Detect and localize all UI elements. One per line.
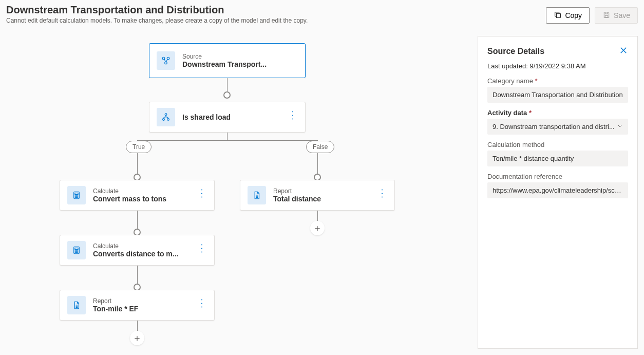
svg-point-12 bbox=[78, 196, 78, 196]
node-type-label: Calculate bbox=[93, 188, 185, 195]
add-node-button[interactable]: ＋ bbox=[310, 221, 325, 235]
connector-line bbox=[227, 78, 228, 92]
details-panel: Source Details Last updated: 9/19/2022 9… bbox=[478, 36, 638, 349]
node-title: Is shared load bbox=[182, 113, 276, 121]
report-node[interactable]: Report Ton-mile * EF ··· bbox=[60, 290, 215, 321]
more-icon: ··· bbox=[289, 110, 298, 121]
svg-rect-1 bbox=[605, 15, 608, 17]
svg-point-6 bbox=[163, 119, 165, 121]
save-button: Save bbox=[595, 7, 638, 24]
node-menu-button[interactable]: ··· bbox=[371, 189, 394, 202]
connector-line bbox=[137, 321, 138, 332]
svg-point-23 bbox=[78, 252, 78, 252]
copy-button[interactable]: Copy bbox=[546, 7, 590, 24]
last-updated-value: 9/19/2022 9:38 AM bbox=[529, 62, 585, 70]
svg-point-7 bbox=[167, 119, 169, 121]
close-icon bbox=[619, 48, 628, 57]
activity-label: Activity data * bbox=[487, 109, 628, 117]
method-field: Ton/mile * distance quantity bbox=[487, 151, 628, 166]
calculator-icon bbox=[67, 241, 86, 259]
svg-point-20 bbox=[78, 251, 78, 251]
connector-line bbox=[317, 211, 318, 222]
report-node[interactable]: Report Total distance ··· bbox=[240, 180, 395, 211]
svg-point-22 bbox=[76, 252, 77, 252]
report-icon bbox=[67, 296, 86, 314]
doc-field: https://www.epa.gov/climateleadership/sc… bbox=[487, 182, 628, 198]
chevron-down-icon bbox=[617, 123, 623, 130]
node-type-label: Calculate bbox=[93, 242, 185, 250]
category-field: Downstream Transportation and Distributi… bbox=[487, 87, 628, 103]
condition-icon bbox=[157, 108, 175, 126]
node-title: Total distance bbox=[273, 195, 366, 203]
svg-point-11 bbox=[76, 196, 77, 196]
doc-label: Documentation reference bbox=[487, 173, 628, 180]
category-label: Category name * bbox=[487, 77, 628, 85]
plus-icon: ＋ bbox=[313, 222, 322, 234]
node-menu-button[interactable]: ··· bbox=[191, 189, 214, 202]
page-title: Downstream Transportation and Distributi… bbox=[6, 4, 308, 16]
connector-line bbox=[227, 133, 228, 140]
node-title: Convert mass to tons bbox=[93, 195, 185, 203]
node-type-label: Source bbox=[182, 53, 300, 60]
copy-icon bbox=[554, 11, 562, 21]
branch-false-label: False bbox=[306, 141, 334, 153]
svg-point-15 bbox=[78, 197, 78, 197]
save-icon bbox=[602, 11, 611, 21]
last-updated-label: Last updated: bbox=[487, 62, 528, 70]
node-title: Downstream Transport... bbox=[182, 60, 300, 68]
more-icon: ··· bbox=[198, 298, 207, 309]
connector-line bbox=[137, 266, 138, 286]
branch-true-label: True bbox=[126, 141, 151, 153]
more-icon: ··· bbox=[378, 189, 387, 199]
node-title: Converts distance to m... bbox=[93, 250, 185, 258]
svg-point-10 bbox=[75, 196, 75, 196]
svg-point-14 bbox=[76, 197, 77, 197]
calculate-node[interactable]: Calculate Converts distance to m... ··· bbox=[60, 235, 215, 266]
panel-title: Source Details bbox=[487, 47, 544, 56]
connector-dot bbox=[223, 91, 231, 99]
last-updated: Last updated: 9/19/2022 9:38 AM bbox=[487, 62, 628, 70]
node-menu-button[interactable]: ··· bbox=[191, 244, 214, 257]
close-panel-button[interactable] bbox=[619, 46, 628, 57]
connector-line bbox=[137, 211, 138, 231]
svg-point-19 bbox=[76, 251, 77, 251]
node-menu-button[interactable]: ··· bbox=[281, 110, 305, 124]
node-title: Ton-mile * EF bbox=[93, 305, 185, 313]
condition-node[interactable]: Is shared load ··· bbox=[149, 102, 306, 133]
report-icon bbox=[248, 186, 266, 204]
copy-button-label: Copy bbox=[565, 11, 582, 20]
activity-value: 9. Downstream transportation and distri.… bbox=[493, 123, 615, 130]
calculate-node[interactable]: Calculate Convert mass to tons ··· bbox=[60, 180, 215, 211]
activity-dropdown[interactable]: 9. Downstream transportation and distri.… bbox=[487, 119, 628, 135]
method-label: Calculation method bbox=[487, 141, 628, 148]
connector-line bbox=[137, 140, 318, 141]
svg-point-13 bbox=[75, 197, 75, 197]
more-icon: ··· bbox=[198, 244, 207, 254]
svg-rect-0 bbox=[557, 13, 561, 17]
svg-point-21 bbox=[75, 252, 75, 252]
svg-rect-17 bbox=[75, 248, 78, 250]
source-node[interactable]: Source Downstream Transport... bbox=[149, 43, 306, 78]
calculator-icon bbox=[67, 186, 86, 204]
svg-point-4 bbox=[165, 62, 167, 64]
plus-icon: ＋ bbox=[132, 332, 142, 344]
more-icon: ··· bbox=[198, 189, 207, 199]
source-icon bbox=[157, 51, 175, 70]
node-menu-button[interactable]: ··· bbox=[191, 298, 214, 312]
node-type-label: Report bbox=[273, 188, 366, 195]
save-button-label: Save bbox=[614, 11, 630, 20]
node-type-label: Report bbox=[93, 297, 185, 305]
add-node-button[interactable]: ＋ bbox=[130, 331, 144, 345]
svg-rect-9 bbox=[75, 193, 78, 195]
svg-point-5 bbox=[165, 114, 167, 116]
svg-point-18 bbox=[75, 251, 75, 251]
page-subtitle: Cannot edit default calculation models. … bbox=[6, 17, 308, 24]
